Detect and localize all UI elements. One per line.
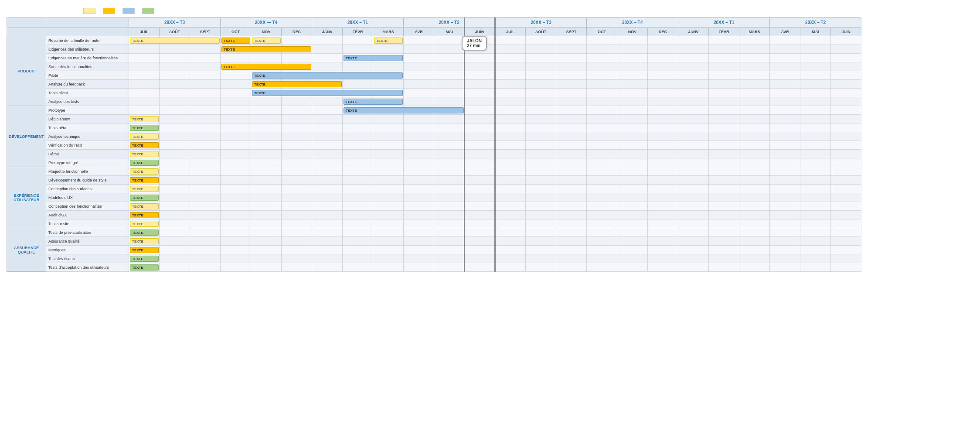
gantt-cell (526, 211, 556, 219)
gantt-bar: TEXTE (130, 125, 159, 131)
gantt-cell (190, 132, 221, 141)
gantt-cell (160, 97, 190, 106)
gantt-cell (648, 176, 678, 185)
gantt-cell (190, 115, 221, 123)
gantt-cell (312, 150, 343, 158)
gantt-cell (617, 80, 648, 89)
gantt-cell (739, 123, 770, 132)
gantt-cell (770, 211, 800, 219)
gantt-cell (648, 132, 678, 141)
gantt-cell (312, 123, 343, 132)
gantt-cell (831, 115, 861, 123)
gantt-cell: TEXTE (129, 158, 160, 167)
gantt-cell (434, 211, 465, 219)
gantt-cell (556, 141, 587, 150)
gantt-cell (282, 185, 312, 193)
gantt-cell (495, 167, 526, 176)
gantt-bar: TEXTE (130, 264, 159, 271)
gantt-cell (190, 228, 221, 237)
gantt-cell (709, 211, 739, 219)
gantt-bar: TEXTE (344, 99, 403, 105)
task-label: Résumé de la feuille de route (46, 36, 129, 45)
gantt-cell (831, 158, 861, 167)
gantt-cell (282, 158, 312, 167)
table-row: MétriquesTEXTE (7, 246, 861, 254)
gantt-cell (495, 228, 526, 237)
gantt-cell (648, 219, 678, 228)
table-row: Assurance qualitéTEXTE (7, 237, 861, 246)
gantt-cell (282, 54, 312, 62)
table-row: PRODUITRésumé de la feuille de routeTEXT… (7, 36, 861, 45)
gantt-cell (404, 219, 434, 228)
gantt-cell (160, 193, 190, 202)
gantt-cell (526, 167, 556, 176)
gantt-cell (404, 62, 434, 71)
gantt-cell (495, 45, 526, 54)
gantt-cell (495, 176, 526, 185)
gantt-cell (312, 97, 343, 106)
gantt-cell (800, 237, 831, 246)
gantt-cell (312, 45, 343, 54)
gantt-cell (617, 97, 648, 106)
gantt-cell (556, 246, 587, 254)
gantt-cell (526, 89, 556, 97)
gantt-cell (617, 185, 648, 193)
gantt-cell (343, 115, 373, 123)
gantt-cell (800, 246, 831, 254)
gantt-cell (831, 54, 861, 62)
gantt-cell (495, 115, 526, 123)
gantt-cell (251, 141, 282, 150)
gantt-cell (770, 219, 800, 228)
gantt-cell (282, 246, 312, 254)
month-header-18: JANV (678, 27, 709, 36)
gantt-cell (709, 158, 739, 167)
gantt-cell (678, 115, 709, 123)
gantt-cell (404, 71, 434, 80)
task-label: Déploiement (46, 115, 129, 123)
gantt-cell (800, 202, 831, 211)
gantt-cell (617, 228, 648, 237)
gantt-cell (648, 228, 678, 237)
gantt-cell (282, 132, 312, 141)
gantt-cell (709, 71, 739, 80)
gantt-cell (251, 211, 282, 219)
table-row: Sortie des fonctionnalitésTEXTE (7, 62, 861, 71)
gantt-cell (495, 150, 526, 158)
month-header-22: MAI (800, 27, 831, 36)
task-label: Démo (46, 150, 129, 158)
month-header-3: OCT (221, 27, 251, 36)
gantt-cell (312, 54, 343, 62)
gantt-cell: TEXTE (373, 36, 404, 45)
gantt-cell (709, 62, 739, 71)
gantt-cell (739, 228, 770, 237)
gantt-cell (251, 202, 282, 211)
gantt-cell (648, 62, 678, 71)
gantt-cell (434, 132, 465, 141)
gantt-cell (434, 97, 465, 106)
gantt-cell (739, 106, 770, 115)
gantt-cell (160, 263, 190, 272)
gantt-bar: TEXTE (130, 247, 159, 253)
gantt-cell (373, 45, 404, 54)
gantt-cell (526, 123, 556, 132)
gantt-cell (312, 246, 343, 254)
gantt-cell (587, 54, 617, 62)
gantt-cell (160, 54, 190, 62)
gantt-cell (800, 36, 831, 45)
gantt-cell (617, 106, 648, 115)
gantt-bar: TEXTE (252, 72, 403, 79)
gantt-bar: TEXTE (130, 38, 220, 44)
quarter-header-4: 20XX – T3 (495, 18, 587, 27)
gantt-cell (129, 45, 160, 54)
gantt-cell (221, 80, 251, 89)
gantt-cell (221, 263, 251, 272)
gantt-cell (251, 263, 282, 272)
task-label: Prototype intégré (46, 158, 129, 167)
gantt-cell (587, 115, 617, 123)
gantt-cell (251, 158, 282, 167)
gantt-cell (160, 167, 190, 176)
gantt-cell (556, 176, 587, 185)
gantt-cell (648, 263, 678, 272)
gantt-cell (709, 141, 739, 150)
gantt-cell (221, 193, 251, 202)
